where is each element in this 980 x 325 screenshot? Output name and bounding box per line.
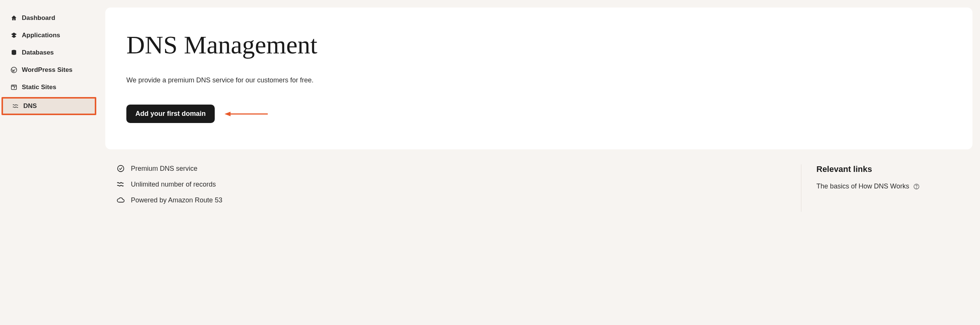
feature-label: Premium DNS service — [131, 165, 197, 173]
svg-marker-4 — [224, 112, 231, 116]
dns-icon — [116, 180, 125, 188]
link-label: The basics of How DNS Works — [816, 182, 909, 190]
sidebar-item-label: WordPress Sites — [22, 66, 73, 74]
home-icon — [11, 15, 17, 21]
sidebar-item-wordpress[interactable]: WordPress Sites — [0, 62, 98, 78]
relevant-links-title: Relevant links — [816, 164, 966, 174]
relevant-links-panel: Relevant links The basics of How DNS Wor… — [801, 164, 966, 212]
feature-item: Unlimited number of records — [116, 180, 756, 188]
feature-label: Unlimited number of records — [131, 180, 216, 188]
feature-item: Premium DNS service — [116, 164, 756, 173]
sidebar-item-label: Static Sites — [22, 83, 56, 91]
static-icon — [11, 84, 17, 91]
feature-label: Powered by Amazon Route 53 — [131, 196, 222, 204]
sidebar-item-dashboard[interactable]: Dashboard — [0, 11, 98, 25]
add-domain-button[interactable]: Add your first domain — [126, 105, 215, 123]
sidebar-item-static-sites[interactable]: Static Sites — [0, 80, 98, 95]
sidebar: Dashboard Applications Databases WordPre… — [0, 0, 98, 325]
content-card: DNS Management We provide a premium DNS … — [105, 8, 972, 149]
relevant-link-item[interactable]: The basics of How DNS Works — [816, 182, 966, 190]
cloud-icon — [116, 196, 125, 204]
sidebar-item-label: Dashboard — [22, 14, 55, 22]
database-icon — [11, 49, 17, 56]
sidebar-item-applications[interactable]: Applications — [0, 28, 98, 43]
svg-point-7 — [916, 188, 916, 188]
wordpress-icon — [11, 67, 17, 73]
page-description: We provide a premium DNS service for our… — [126, 76, 951, 84]
arrow-annotation-icon — [221, 110, 270, 118]
sidebar-item-label: Applications — [22, 32, 60, 39]
feature-item: Powered by Amazon Route 53 — [116, 196, 756, 204]
svg-rect-2 — [11, 85, 16, 89]
page-title: DNS Management — [126, 30, 951, 60]
check-circle-icon — [116, 164, 125, 173]
features-list: Premium DNS service Unlimited number of … — [111, 164, 756, 212]
question-circle-icon — [913, 183, 920, 190]
dns-icon — [12, 103, 19, 110]
sidebar-item-dns[interactable]: DNS — [2, 97, 96, 115]
svg-point-5 — [118, 166, 124, 172]
apps-icon — [11, 32, 17, 39]
sidebar-item-label: DNS — [23, 102, 37, 110]
main-content: DNS Management We provide a premium DNS … — [98, 0, 980, 325]
sidebar-item-databases[interactable]: Databases — [0, 45, 98, 60]
sidebar-item-label: Databases — [22, 49, 54, 56]
